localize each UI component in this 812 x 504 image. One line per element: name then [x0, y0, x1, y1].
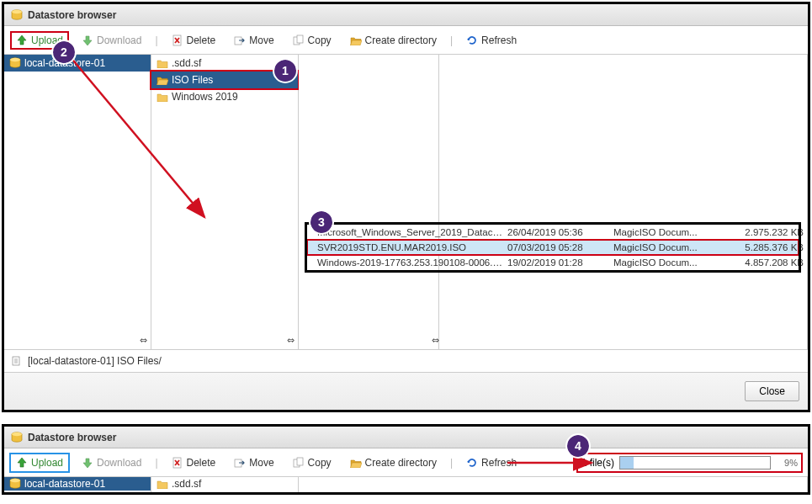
datastore-tree-item[interactable]: local-datastore-01	[4, 477, 151, 491]
datastore-label: local-datastore-01	[24, 478, 105, 490]
copy-icon	[293, 34, 305, 46]
upload-progress-area: 1 file(s) 9%	[578, 454, 801, 471]
delete-icon	[172, 457, 183, 469]
upload-icon	[16, 34, 28, 46]
folder-pane: .sdd.sf ISO Files Windows 2019 1 ⇔	[151, 55, 299, 349]
file-type: MagicISO Docum...	[613, 227, 714, 237]
refresh-label: Refresh	[481, 457, 517, 469]
folder-icon	[157, 58, 168, 68]
file-name: Microsoft_Windows_Server_2019_Datace...	[317, 227, 502, 237]
delete-label: Delete	[187, 457, 216, 469]
refresh-icon	[466, 457, 478, 469]
move-icon	[234, 457, 246, 469]
toolbar: Upload Download | Delete Move Copy Crea	[4, 448, 808, 477]
create-dir-label: Create directory	[365, 457, 437, 469]
progress-percent: 9%	[776, 458, 798, 468]
folder-icon	[157, 479, 168, 489]
move-label: Move	[249, 457, 273, 469]
separator: |	[155, 34, 157, 46]
folder-icon	[350, 35, 362, 45]
folder-label: Windows 2019	[172, 91, 238, 103]
file-row[interactable]: SVR2019STD.ENU.MAR2019.ISO 07/03/2019 05…	[307, 240, 799, 255]
folder-label: .sdd.sf	[172, 57, 201, 69]
download-label: Download	[97, 457, 141, 469]
upload-button[interactable]: Upload	[11, 454, 68, 471]
create-dir-button[interactable]: Create directory	[345, 454, 442, 471]
file-type: MagicISO Docum...	[613, 257, 714, 268]
file-name: Windows-2019-17763.253.190108-0006.rs...	[317, 257, 502, 268]
datastore-tree-pane: local-datastore-01 ⇔	[4, 55, 151, 349]
secondary-window-wrap: Datastore browser Upload Download | Dele…	[2, 424, 810, 495]
file-name: SVR2019STD.ENU.MAR2019.ISO	[317, 242, 502, 252]
titlebar: Datastore browser	[4, 4, 808, 26]
datastore-icon	[11, 432, 23, 443]
refresh-button[interactable]: Refresh	[461, 32, 522, 49]
copy-button[interactable]: Copy	[288, 454, 337, 471]
folder-item-win2019[interactable]: Windows 2019	[151, 88, 298, 105]
create-dir-button[interactable]: Create directory	[345, 32, 442, 49]
annotation-marker-1: 1	[274, 60, 296, 82]
main-window-wrap: Datastore browser Upload Download | Dele…	[2, 2, 810, 412]
delete-button[interactable]: Delete	[167, 32, 221, 49]
download-label: Download	[97, 34, 141, 46]
pane-resizer[interactable]: ⇔	[432, 335, 439, 346]
file-row[interactable]: Microsoft_Windows_Server_2019_Datace... …	[307, 225, 799, 240]
pane-resizer[interactable]: ⇔	[287, 335, 295, 346]
titlebar: Datastore browser	[4, 427, 808, 448]
datastore-icon	[11, 9, 23, 21]
pane-resizer[interactable]: ⇔	[140, 335, 147, 346]
refresh-label: Refresh	[481, 34, 517, 46]
move-button[interactable]: Move	[229, 32, 279, 49]
copy-label: Copy	[308, 457, 332, 469]
separator: |	[450, 34, 453, 46]
path-doc-icon	[11, 355, 23, 367]
delete-icon	[172, 34, 183, 46]
move-button[interactable]: Move	[229, 454, 279, 471]
move-label: Move	[249, 34, 273, 46]
upload-label: Upload	[31, 457, 63, 469]
path-bar: [local-datastore-01] ISO Files/	[4, 349, 808, 372]
file-row[interactable]: Windows-2019-17763.253.190108-0006.rs...…	[307, 255, 799, 270]
body-area: local-datastore-01 ⇔ .sdd.sf ISO Files W…	[4, 55, 808, 349]
file-list-highlight: Microsoft_Windows_Server_2019_Datace... …	[307, 225, 799, 270]
annotation-marker-3: 3	[310, 211, 332, 233]
progress-bar	[619, 456, 771, 470]
refresh-icon	[466, 34, 478, 46]
move-icon	[234, 34, 246, 46]
copy-label: Copy	[308, 34, 332, 46]
download-icon	[82, 457, 93, 469]
datastore-icon	[9, 57, 21, 69]
copy-icon	[293, 457, 305, 469]
file-date: 07/03/2019 05:28	[507, 242, 608, 252]
download-icon	[82, 34, 93, 46]
copy-button[interactable]: Copy	[288, 32, 337, 49]
folder-icon	[157, 75, 168, 85]
delete-button[interactable]: Delete	[167, 454, 221, 471]
separator: |	[155, 457, 157, 469]
file-size: 5.285.376 KB	[719, 242, 804, 252]
footer: Close	[4, 372, 808, 410]
file-size: 4.857.208 KB	[719, 257, 804, 268]
download-button[interactable]: Download	[77, 32, 146, 49]
datastore-tree-pane: local-datastore-01	[4, 477, 151, 492]
path-text: [local-datastore-01] ISO Files/	[28, 355, 162, 367]
annotation-marker-4: 4	[567, 435, 589, 457]
download-button[interactable]: Download	[77, 454, 146, 471]
body-strip: local-datastore-01 .sdd.sf	[4, 477, 808, 492]
folder-item-sdd[interactable]: .sdd.sf	[151, 477, 298, 491]
datastore-icon	[9, 478, 21, 490]
folder-icon	[350, 458, 362, 468]
upload-icon	[16, 457, 28, 469]
refresh-button[interactable]: Refresh	[461, 454, 522, 471]
delete-label: Delete	[187, 34, 216, 46]
file-date: 26/04/2019 05:36	[507, 227, 608, 237]
datastore-tree-item[interactable]: local-datastore-01	[4, 55, 151, 72]
create-dir-label: Create directory	[365, 34, 437, 46]
file-type: MagicISO Docum...	[613, 242, 714, 252]
file-date: 19/02/2019 01:28	[507, 257, 608, 268]
window-title: Datastore browser	[28, 432, 116, 443]
folder-icon	[157, 92, 168, 102]
close-button[interactable]: Close	[745, 381, 799, 401]
file-pane	[299, 477, 808, 492]
separator: |	[450, 457, 453, 469]
